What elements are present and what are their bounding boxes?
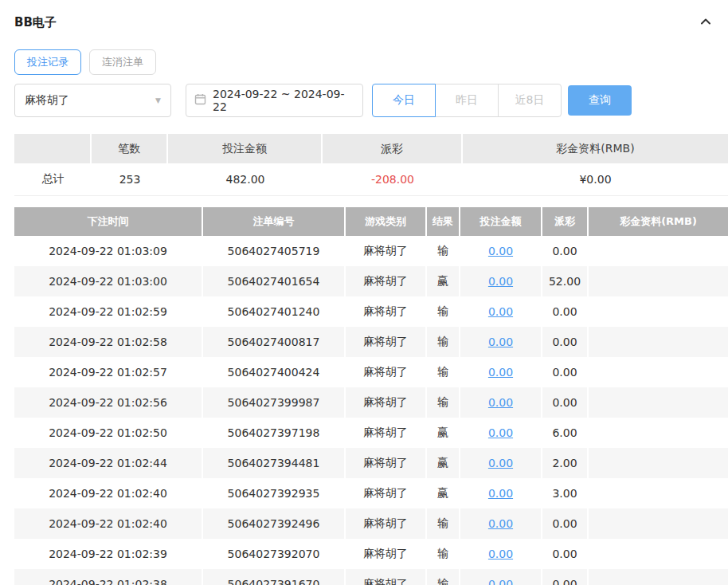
cell-game-type: 麻将胡了 [346, 296, 427, 327]
summary-total-count: 253 [92, 163, 168, 196]
summary-header-count: 笔数 [92, 134, 168, 163]
cell-result: 赢 [427, 448, 460, 478]
cell-order-id: 5064027392935 [203, 478, 346, 508]
cell-payout: 6.00 [542, 418, 589, 448]
yesterday-button[interactable]: 昨日 [435, 84, 499, 117]
cell-payout: 0.00 [542, 357, 589, 387]
cell-order-id: 5064027397198 [203, 418, 346, 448]
last-8-days-button[interactable]: 近8日 [498, 84, 562, 117]
cell-bet-time: 2024-09-22 01:02:59 [14, 296, 203, 327]
tab-bet-records[interactable]: 投注记录 [14, 49, 81, 75]
table-row: 2024-09-22 01:03:09 5064027405719 麻将胡了 输… [14, 236, 728, 266]
cell-bet-amount-link[interactable]: 0.00 [488, 305, 513, 318]
summary-total-row: 总计 253 482.00 -208.00 ¥0.00 [14, 163, 728, 196]
cell-game-type: 麻将胡了 [346, 508, 427, 539]
cell-result: 输 [427, 508, 460, 539]
cell-bet-time: 2024-09-22 01:02:50 [14, 418, 203, 448]
summary-header-blank [14, 134, 92, 163]
cell-result: 输 [427, 327, 460, 357]
cell-order-id: 5064027400817 [203, 327, 346, 357]
cell-order-id: 5064027405719 [203, 236, 346, 266]
summary-header-row: 笔数 投注金额 派彩 彩金资料(RMB) [14, 134, 728, 163]
cell-bet-amount-link[interactable]: 0.00 [488, 457, 513, 469]
cell-game-type: 麻将胡了 [346, 387, 427, 418]
table-row: 2024-09-22 01:02:58 5064027400817 麻将胡了 输… [14, 327, 728, 357]
cell-order-id: 5064027392496 [203, 508, 346, 539]
bet-records-panel: BB电子 投注记录 连消注单 麻将胡了 ▼ 2024-09-22 ~ 2024-… [0, 0, 728, 585]
collapse-panel-button[interactable] [698, 14, 714, 30]
summary-table: 笔数 投注金额 派彩 彩金资料(RMB) 总计 253 482.00 -208.… [14, 134, 728, 196]
cell-bonus [589, 266, 728, 296]
cell-result: 输 [427, 539, 460, 569]
cell-order-id: 5064027400424 [203, 357, 346, 387]
cell-order-id: 5064027392070 [203, 539, 346, 569]
cell-game-type: 麻将胡了 [346, 266, 427, 296]
cell-payout: 0.00 [542, 539, 589, 569]
cell-game-type: 麻将胡了 [346, 357, 427, 387]
cell-bet-time: 2024-09-22 01:02:56 [14, 387, 203, 418]
cell-bet-time: 2024-09-22 01:02:39 [14, 539, 203, 569]
cell-bet-amount-link[interactable]: 0.00 [488, 275, 513, 288]
search-button[interactable]: 查询 [568, 85, 632, 116]
cell-game-type: 麻将胡了 [346, 478, 427, 508]
cell-bet-time: 2024-09-22 01:02:40 [14, 508, 203, 539]
chevron-down-icon: ▼ [155, 96, 161, 104]
chevron-up-icon [699, 15, 712, 30]
tab-cancel-orders[interactable]: 连消注单 [89, 49, 156, 75]
cell-bonus [589, 569, 728, 585]
table-row: 2024-09-22 01:02:50 5064027397198 麻将胡了 赢… [14, 418, 728, 448]
cell-bonus [589, 508, 728, 539]
cell-bet-amount-link[interactable]: 0.00 [488, 366, 513, 379]
filter-bar: 麻将胡了 ▼ 2024-09-22 ~ 2024-09-22 今日 昨日 近8日… [14, 84, 714, 117]
header-result: 结果 [427, 207, 460, 236]
cell-payout: 2.00 [542, 448, 589, 478]
date-range-value: 2024-09-22 ~ 2024-09-22 [213, 88, 354, 113]
cell-order-id: 5064027401654 [203, 266, 346, 296]
cell-bonus [589, 236, 728, 266]
summary-header-bet-amount: 投注金额 [168, 134, 323, 163]
cell-bet-amount-link[interactable]: 0.00 [488, 426, 513, 439]
cell-bet-amount-link[interactable]: 0.00 [488, 396, 513, 409]
cell-bet-amount-link[interactable]: 0.00 [488, 336, 513, 348]
game-select-value: 麻将胡了 [25, 93, 69, 108]
header-bet-time: 下注时间 [14, 207, 203, 236]
cell-bonus [589, 357, 728, 387]
today-button[interactable]: 今日 [372, 84, 436, 117]
table-row: 2024-09-22 01:02:56 5064027399987 麻将胡了 输… [14, 387, 728, 418]
cell-bet-time: 2024-09-22 01:02:57 [14, 357, 203, 387]
cell-payout: 0.00 [542, 296, 589, 327]
summary-total-label: 总计 [14, 163, 92, 196]
page-title: BB电子 [14, 15, 57, 30]
cell-result: 赢 [427, 478, 460, 508]
cell-bet-time: 2024-09-22 01:03:00 [14, 266, 203, 296]
cell-bet-amount-link[interactable]: 0.00 [488, 487, 513, 500]
cell-result: 输 [427, 387, 460, 418]
game-select[interactable]: 麻将胡了 ▼ [14, 84, 171, 117]
calendar-icon [194, 93, 206, 108]
summary-total-payout: -208.00 [323, 163, 463, 196]
summary-total-bonus: ¥0.00 [463, 163, 728, 196]
header-bonus: 彩金资料(RMB) [589, 207, 728, 236]
bet-table-header-row: 下注时间 注单编号 游戏类别 结果 投注金额 派彩 彩金资料(RMB) [14, 207, 728, 236]
cell-bet-amount-link[interactable]: 0.00 [488, 517, 513, 530]
cell-game-type: 麻将胡了 [346, 418, 427, 448]
cell-payout: 0.00 [542, 387, 589, 418]
bet-records-table: 下注时间 注单编号 游戏类别 结果 投注金额 派彩 彩金资料(RMB) 2024… [14, 207, 728, 585]
summary-header-bonus: 彩金资料(RMB) [463, 134, 728, 163]
cell-game-type: 麻将胡了 [346, 327, 427, 357]
table-row: 2024-09-22 01:03:00 5064027401654 麻将胡了 赢… [14, 266, 728, 296]
date-range-picker[interactable]: 2024-09-22 ~ 2024-09-22 [186, 84, 363, 117]
header-order-id: 注单编号 [203, 207, 346, 236]
cell-bet-amount-link[interactable]: 0.00 [488, 245, 513, 257]
cell-bet-amount-link[interactable]: 0.00 [488, 578, 513, 585]
cell-payout: 52.00 [542, 266, 589, 296]
table-row: 2024-09-22 01:02:39 5064027392070 麻将胡了 输… [14, 539, 728, 569]
cell-bonus [589, 478, 728, 508]
cell-order-id: 5064027401240 [203, 296, 346, 327]
cell-bet-time: 2024-09-22 01:02:44 [14, 448, 203, 478]
cell-result: 输 [427, 357, 460, 387]
cell-bet-amount-link[interactable]: 0.00 [488, 548, 513, 560]
cell-order-id: 5064027394481 [203, 448, 346, 478]
cell-bonus [589, 539, 728, 569]
cell-payout: 0.00 [542, 508, 589, 539]
